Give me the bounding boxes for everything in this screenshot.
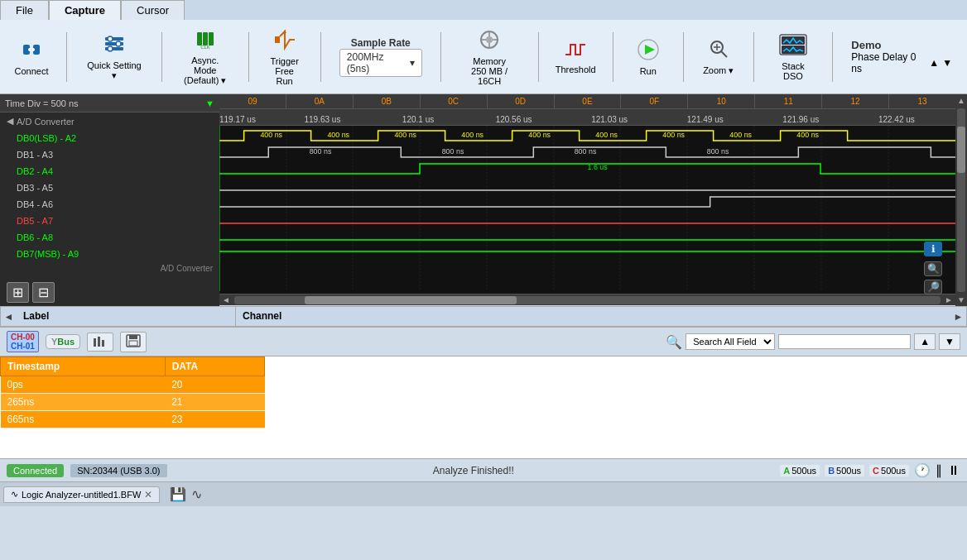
chart-button[interactable] bbox=[87, 333, 113, 352]
svg-text:400 ns: 400 ns bbox=[796, 131, 819, 139]
bottom-tab-icon: ∿ bbox=[11, 489, 18, 500]
run-button[interactable]: Run bbox=[623, 34, 673, 80]
bottom-tab-file[interactable]: ∿ Logic Analyzer-untitled1.BFW ✕ bbox=[3, 486, 160, 503]
data-cell-2: 23 bbox=[165, 411, 264, 428]
scroll-down-arrow[interactable]: ▼ bbox=[955, 294, 967, 306]
channel-row-db7: DB7(MSB) - A9 bbox=[0, 246, 219, 262]
threshold-icon bbox=[564, 40, 587, 63]
svg-point-4 bbox=[31, 48, 35, 51]
ybus-button[interactable]: YBus bbox=[46, 334, 80, 349]
svg-text:400 ns: 400 ns bbox=[528, 131, 551, 139]
svg-point-9 bbox=[116, 41, 121, 46]
waveform-main[interactable]: 09 0A 0B 0C 0D 0E 0F 10 11 12 13 119.17 … bbox=[219, 94, 955, 306]
tab-capture[interactable]: Capture bbox=[49, 0, 121, 20]
time-label-2: 120.1 us bbox=[402, 115, 434, 124]
h-scrollbar[interactable]: ◄ ► bbox=[219, 294, 955, 305]
sample-rate-select[interactable]: 200MHz (5ns) ▾ bbox=[339, 49, 422, 77]
memory-label: Memory250 MB / 16CH bbox=[459, 56, 520, 86]
bottom-action-icons: 💾 ∿ bbox=[170, 486, 202, 502]
time-label-0: 119.17 us bbox=[219, 115, 256, 124]
phase-delay-label: Phase Delay 0 ns bbox=[851, 51, 926, 74]
channel-status-right: A 500us B 500us C 500us 🕐 ∥ ⏸ bbox=[780, 462, 960, 478]
info-icon[interactable]: ℹ bbox=[924, 242, 942, 256]
scroll-left-arrow[interactable]: ◄ bbox=[219, 295, 233, 304]
channel-labels: ◀ A/D Converter DB0(LSB) - A2 DB1 - A3 D… bbox=[0, 112, 219, 279]
signal-icon: ∥ bbox=[936, 462, 942, 478]
separator4 bbox=[320, 32, 321, 82]
group-expand-icon[interactable]: ◀ A/D Converter bbox=[0, 112, 219, 130]
threshold-label: Threshold bbox=[556, 65, 596, 74]
svg-text:800 ns: 800 ns bbox=[707, 147, 729, 156]
scroll-right-arrow[interactable]: ► bbox=[942, 295, 955, 304]
bottom-signal-icon[interactable]: ∿ bbox=[191, 486, 202, 502]
demo-label: Demo bbox=[851, 39, 881, 51]
connected-badge: Connected bbox=[7, 464, 64, 477]
svg-rect-15 bbox=[275, 36, 280, 43]
search-input[interactable] bbox=[778, 334, 911, 349]
time-label-4: 121.03 us bbox=[591, 115, 628, 124]
time-label-3: 120.56 us bbox=[496, 115, 532, 124]
save-button[interactable] bbox=[120, 332, 147, 352]
table-row[interactable]: 0ps 20 bbox=[1, 376, 265, 394]
ch-c-status: C 500us bbox=[869, 465, 909, 476]
bottom-tab-close[interactable]: ✕ bbox=[144, 489, 152, 500]
channel-label-panel: Time Div = 500 ns ▼ ◀ A/D Converter DB0(… bbox=[0, 94, 219, 306]
separator8 bbox=[683, 32, 684, 82]
threshold-button[interactable]: Threshold bbox=[548, 36, 602, 79]
svg-rect-11 bbox=[197, 32, 202, 45]
phase-up-icon[interactable]: ▲ bbox=[929, 57, 939, 69]
svg-text:400 ns: 400 ns bbox=[394, 131, 416, 139]
timestamp-cell-0: 0ps bbox=[1, 376, 166, 394]
data-cell-0: 20 bbox=[165, 376, 264, 394]
timestamp-header: Timestamp bbox=[1, 357, 166, 376]
search-down-button[interactable]: ▼ bbox=[939, 333, 960, 350]
separator7 bbox=[613, 32, 613, 82]
scroll-right-button[interactable]: ► bbox=[950, 307, 967, 326]
hex-cell-0f: 0F bbox=[621, 94, 688, 108]
search-field-select[interactable]: Search All Field bbox=[686, 333, 775, 350]
tab-cursor[interactable]: Cursor bbox=[121, 0, 185, 20]
wf-btn-2[interactable]: ⊟ bbox=[32, 282, 55, 303]
analyze-status-label: Analyze Finished!! bbox=[174, 465, 774, 476]
v-scrollbar[interactable]: ▲ ▼ bbox=[955, 94, 967, 306]
ch-a-status: A 500us bbox=[780, 465, 820, 476]
svg-text:400 ns: 400 ns bbox=[461, 131, 484, 139]
hex-cell-0a: 0A bbox=[286, 94, 354, 108]
svg-text:800 ns: 800 ns bbox=[442, 147, 464, 156]
table-row[interactable]: 665ns 23 bbox=[1, 411, 265, 428]
zoom-out-icon[interactable]: 🔎 bbox=[924, 280, 942, 294]
table-row[interactable]: 265ns 21 bbox=[1, 394, 265, 411]
channel-row-db2: DB2 - A4 bbox=[0, 163, 219, 179]
wf-btn-1[interactable]: ⊞ bbox=[7, 282, 29, 303]
async-mode-button[interactable]: CLK Async. Mode(Default) ▾ bbox=[172, 23, 238, 90]
svg-rect-58 bbox=[98, 337, 100, 347]
zoom-button[interactable]: Zoom ▾ bbox=[694, 33, 743, 80]
stack-dso-icon bbox=[779, 33, 807, 60]
time-div-label: Time Div = 500 ns ▼ bbox=[0, 94, 219, 112]
tab-file[interactable]: File bbox=[0, 0, 49, 20]
scroll-up-arrow[interactable]: ▲ bbox=[955, 94, 967, 107]
channel-row-db4: DB4 - A6 bbox=[0, 196, 219, 213]
hex-cell-11: 11 bbox=[755, 94, 822, 108]
scroll-left-button[interactable]: ◄ bbox=[0, 307, 17, 326]
v-scroll-thumb[interactable] bbox=[957, 127, 965, 173]
svg-text:1.6 us: 1.6 us bbox=[588, 163, 609, 171]
ch-toggle-button[interactable]: CH-00 CH-01 bbox=[7, 331, 39, 352]
memory-button[interactable]: Memory250 MB / 16CH bbox=[451, 25, 528, 89]
search-up-button[interactable]: ▲ bbox=[914, 333, 936, 350]
connect-icon bbox=[20, 38, 43, 65]
h-scroll-thumb[interactable] bbox=[305, 296, 517, 304]
stack-dso-button[interactable]: Stack DSO bbox=[764, 29, 823, 85]
connect-button[interactable]: Connect bbox=[7, 34, 56, 80]
trigger-button[interactable]: TriggerFree Run bbox=[258, 24, 310, 90]
quick-setting-button[interactable]: Quick Setting ▾ bbox=[77, 28, 152, 85]
bottom-save-icon[interactable]: 💾 bbox=[170, 486, 186, 502]
waveform-content: Time Div = 500 ns ▼ ◀ A/D Converter DB0(… bbox=[0, 94, 967, 306]
hex-cell-10: 10 bbox=[688, 94, 755, 108]
zoom-in-icon[interactable]: 🔍 bbox=[924, 261, 942, 276]
ch-b-status: B 500us bbox=[825, 465, 864, 476]
phase-down-icon[interactable]: ▼ bbox=[942, 57, 952, 69]
sample-rate-title: Sample Rate bbox=[351, 37, 411, 49]
data-header: DATA bbox=[165, 357, 264, 376]
group-footer-label: A/D Converter bbox=[0, 262, 219, 275]
